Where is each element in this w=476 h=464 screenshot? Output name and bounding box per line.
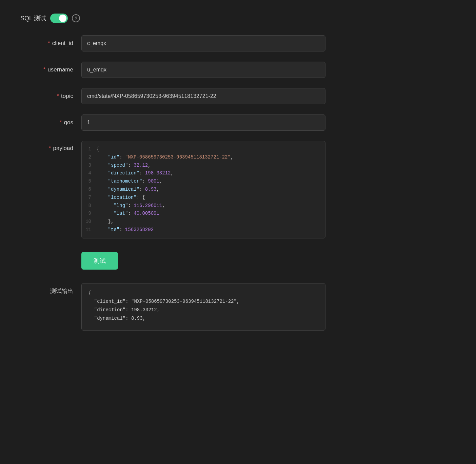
output-row: 测试输出 { "client_id": "NXP-058659730253-96…	[20, 283, 456, 331]
qos-row: *qos	[20, 114, 456, 131]
code-line: 9 "lat": 40.005091	[82, 210, 325, 218]
help-icon[interactable]: ?	[72, 14, 80, 22]
username-row: *username	[20, 62, 456, 78]
sql-test-row: SQL 测试 ?	[20, 14, 456, 23]
qos-label: *qos	[20, 119, 81, 126]
code-line: 1{	[82, 145, 325, 153]
required-star-5: *	[49, 145, 51, 151]
output-text: { "client_id": "NXP-058659730253-9639451…	[88, 289, 318, 323]
code-line: 3 "speed": 32.12,	[82, 162, 325, 170]
code-line: 4 "direction": 198.33212,	[82, 169, 325, 177]
topic-row: *topic	[20, 88, 456, 104]
username-input[interactable]	[81, 62, 325, 78]
username-label: *username	[20, 66, 81, 73]
client-id-input[interactable]	[81, 35, 325, 51]
topic-label: *topic	[20, 93, 81, 100]
required-star: *	[48, 40, 50, 46]
required-star-3: *	[57, 93, 59, 99]
output-box: { "client_id": "NXP-058659730253-9639451…	[81, 283, 325, 331]
code-line: 8 "lng": 116.296011,	[82, 202, 325, 210]
payload-label: *payload	[20, 141, 81, 152]
test-button[interactable]: 测试	[81, 252, 118, 270]
topic-input[interactable]	[81, 88, 325, 104]
sql-test-toggle[interactable]	[50, 14, 68, 23]
code-line: 2 "id": "NXP-058659730253-96394511813272…	[82, 153, 325, 162]
output-label: 测试输出	[20, 283, 81, 295]
code-line: 7 "location": {	[82, 194, 325, 202]
sql-test-label: SQL 测试	[20, 14, 46, 22]
code-line: 5 "tachometer": 9001,	[82, 177, 325, 186]
client-id-label: *client_id	[20, 40, 81, 47]
qos-input[interactable]	[81, 114, 325, 131]
required-star-2: *	[43, 66, 46, 73]
required-star-4: *	[60, 119, 62, 126]
code-line: 6 "dynamical": 8.93,	[82, 186, 325, 194]
code-line: 11 "ts": 1563268202	[82, 226, 325, 234]
client-id-row: *client_id	[20, 35, 456, 51]
payload-row: *payload 1{2 "id": "NXP-058659730253-963…	[20, 141, 456, 238]
code-line: 10 },	[82, 218, 325, 226]
payload-editor[interactable]: 1{2 "id": "NXP-058659730253-963945118132…	[81, 141, 325, 238]
